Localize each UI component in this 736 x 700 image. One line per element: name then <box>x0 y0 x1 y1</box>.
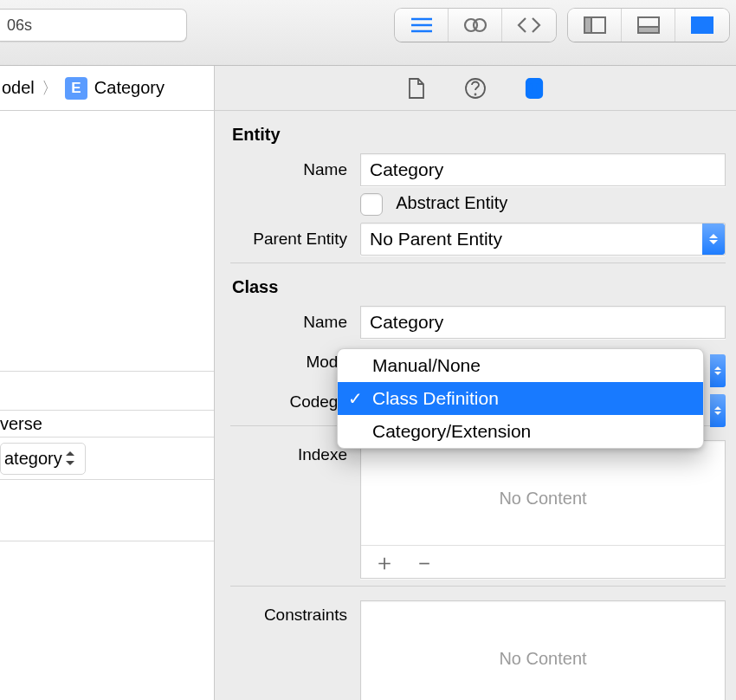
constraints-listbox[interactable]: No Content ＋ － <box>360 600 726 700</box>
check-icon: ✓ <box>348 388 363 409</box>
abstract-entity-checkbox[interactable] <box>360 193 383 216</box>
editor-column: verse ategory <box>0 111 215 700</box>
left-panel-toggle[interactable] <box>568 9 622 42</box>
class-section-title: Class <box>232 277 726 297</box>
svg-rect-6 <box>584 17 591 33</box>
codegen-option-category-extension[interactable]: Category/Extension <box>338 415 703 448</box>
indexes-listbox[interactable]: No Content ＋ － <box>360 440 726 579</box>
svg-point-12 <box>475 94 476 94</box>
updown-caret-icon <box>66 450 76 466</box>
codegen-option-class-definition[interactable]: ✓ Class Definition <box>338 382 703 415</box>
help-inspector-tab[interactable] <box>463 76 487 100</box>
codegen-dropdown-menu: Manual/None ✓ Class Definition Category/… <box>337 348 704 449</box>
parent-entity-value: No Parent Entity <box>370 229 502 250</box>
breadcrumb[interactable]: odel 〉 E Category <box>0 66 215 111</box>
codegen-option-manual[interactable]: Manual/None <box>338 349 703 382</box>
relationship-target-popup[interactable]: ategory <box>0 443 86 475</box>
svg-rect-8 <box>638 27 659 33</box>
class-name-field[interactable] <box>360 306 726 339</box>
relationship-target-value: ategory <box>4 449 62 469</box>
abstract-entity-label: Abstract Entity <box>396 193 507 212</box>
relationships-header-fragment: verse <box>0 411 42 438</box>
entity-section-title: Entity <box>232 125 726 145</box>
constraints-label: Constraints <box>230 600 360 625</box>
svg-rect-10 <box>706 17 713 33</box>
entity-name-field[interactable] <box>360 153 726 186</box>
right-panel-toggle[interactable] <box>675 9 729 42</box>
search-text-fragment: 06s <box>7 16 32 35</box>
panel-visibility-segmented <box>568 9 729 42</box>
chevron-right-icon: 〉 <box>42 77 58 100</box>
toolbar-right-cluster <box>395 9 729 42</box>
main-area: verse ategory Entity Name Abstract Entit… <box>0 111 736 700</box>
standard-editor-button[interactable] <box>395 9 449 42</box>
indexes-remove-button[interactable]: － <box>413 551 436 574</box>
class-name-label: Name <box>230 313 360 332</box>
svg-rect-13 <box>531 84 538 93</box>
breadcrumb-entity: Category <box>94 78 165 98</box>
updown-caret-icon <box>710 354 726 387</box>
constraints-placeholder: No Content <box>361 601 725 700</box>
parent-entity-popup[interactable]: No Parent Entity <box>360 223 726 256</box>
inspector-tabbar <box>215 66 736 111</box>
updown-caret-icon <box>710 394 726 427</box>
data-model-inspector: Entity Name Abstract Entity Parent Entit… <box>215 111 736 700</box>
assistant-editor-button[interactable] <box>449 9 502 42</box>
nav-row: odel 〉 E Category <box>0 66 736 111</box>
entity-badge-icon: E <box>65 77 87 100</box>
search-input[interactable]: 06s <box>0 9 187 42</box>
entity-name-label: Name <box>230 160 360 179</box>
parent-entity-label: Parent Entity <box>230 230 360 249</box>
indexes-add-button[interactable]: ＋ <box>373 551 396 574</box>
window-toolbar: 06s <box>0 0 736 66</box>
file-inspector-tab[interactable] <box>404 76 429 100</box>
menu-item-label: Manual/None <box>372 355 481 376</box>
menu-item-label: Class Definition <box>372 388 499 409</box>
updown-caret-icon <box>702 224 725 255</box>
svg-point-4 <box>474 19 486 31</box>
editor-mode-segmented <box>395 9 556 42</box>
data-model-inspector-tab[interactable] <box>522 76 546 100</box>
menu-item-label: Category/Extension <box>372 421 531 442</box>
bottom-panel-toggle[interactable] <box>622 9 675 42</box>
version-editor-button[interactable] <box>502 9 556 42</box>
breadcrumb-parent: odel <box>2 78 35 98</box>
